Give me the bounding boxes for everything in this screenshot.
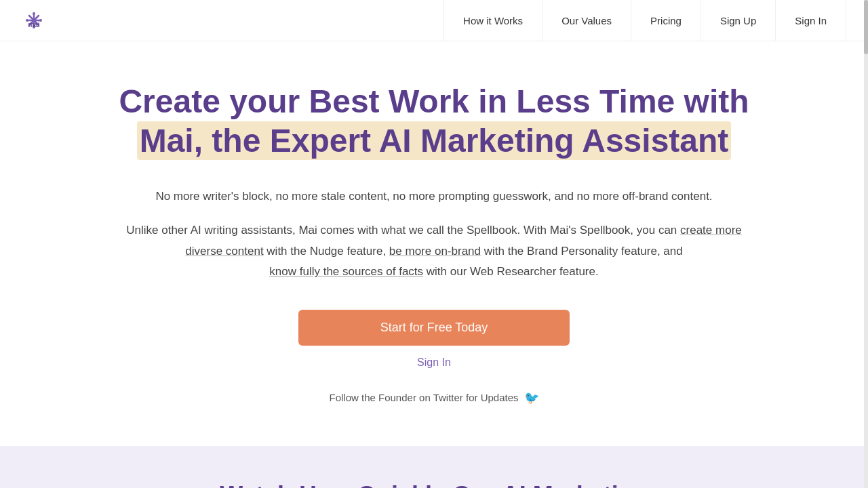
logo-area[interactable]: mai (22, 8, 46, 33)
hero-title-line1: Create your Best Work in Less Time with (119, 83, 749, 119)
twitter-icon: 🐦 (524, 390, 539, 405)
mai-logo: mai (22, 8, 46, 33)
twitter-follow-area[interactable]: Follow the Founder on Twitter for Update… (108, 390, 760, 405)
cta-start-free-button[interactable]: Start for Free Today (298, 310, 570, 346)
cta-container: Start for Free Today Sign In (108, 310, 760, 369)
hero-feature2-suffix: with the Brand Personality feature, and (484, 245, 683, 258)
hero-title-line2: Mai, the Expert AI Marketing Assistant (137, 121, 732, 160)
hero-title: Create your Best Work in Less Time with … (108, 82, 760, 160)
scrollbar[interactable] (864, 0, 868, 488)
nav-links: How it Works Our Values Pricing Sign Up … (443, 0, 846, 41)
hero-subtitle: No more writer's block, no more stale co… (108, 187, 760, 207)
hero-section: Create your Best Work in Less Time with … (95, 41, 773, 446)
hero-feature1-suffix: with the Nudge feature, (267, 245, 386, 258)
nav-sign-in[interactable]: Sign In (776, 0, 846, 41)
hero-description: Unlike other AI writing assistants, Mai … (108, 220, 760, 283)
hero-desc-prefix: Unlike other AI writing assistants, Mai … (126, 224, 677, 237)
nav-pricing[interactable]: Pricing (631, 0, 701, 41)
scrollbar-thumb[interactable] (864, 0, 868, 54)
nav-sign-up[interactable]: Sign Up (701, 0, 776, 41)
navbar: mai How it Works Our Values Pricing Sign… (0, 0, 868, 41)
hero-feature3-suffix: with our Web Researcher feature. (427, 265, 599, 278)
svg-point-5 (33, 12, 35, 15)
nav-our-values[interactable]: Our Values (542, 0, 631, 41)
twitter-follow-text: Follow the Founder on Twitter for Update… (329, 392, 518, 403)
bottom-section: Watch How Quickly Our AI Marketing Assis… (0, 446, 868, 488)
svg-text:mai: mai (28, 21, 39, 28)
bottom-title: Watch How Quickly Our AI Marketing Assis… (197, 480, 671, 488)
nav-how-it-works[interactable]: How it Works (443, 0, 542, 41)
hero-feature2: be more on-brand (389, 245, 481, 258)
hero-signin-link[interactable]: Sign In (417, 357, 451, 369)
hero-feature3: know fully the sources of facts (269, 265, 423, 278)
